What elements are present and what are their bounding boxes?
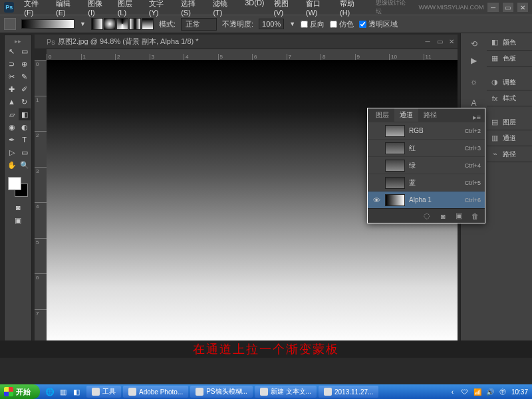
- panel-color[interactable]: ◧颜色: [487, 35, 532, 51]
- gradient-tool[interactable]: ◧: [19, 108, 31, 120]
- history-brush-tool[interactable]: ↻: [19, 96, 31, 108]
- angle-gradient-button[interactable]: [116, 18, 128, 30]
- pen-tool[interactable]: ✒: [6, 134, 18, 146]
- radial-gradient-button[interactable]: [104, 18, 116, 30]
- horizontal-ruler[interactable]: 01234567891011: [47, 49, 458, 60]
- visibility-icon[interactable]: [372, 144, 381, 153]
- menu-filter[interactable]: 滤镜(T): [208, 0, 240, 17]
- menu-3d[interactable]: 3D(D): [240, 0, 269, 17]
- zoom-tool[interactable]: 🔍: [19, 159, 31, 171]
- visibility-icon[interactable]: [372, 126, 381, 136]
- move-tool[interactable]: ↖: [6, 45, 18, 57]
- menu-type[interactable]: 文字(Y): [144, 0, 176, 17]
- panel-adjustments[interactable]: ◑调整: [487, 74, 532, 90]
- channel-row-b[interactable]: 蓝 Ctrl+5: [368, 174, 485, 191]
- menu-help[interactable]: 帮助(H): [335, 0, 368, 17]
- channels-panel[interactable]: 图层 通道 路径 ▸≡ RGB Ctrl+2 红 Ctrl+3 绿 Ctrl+4…: [367, 108, 485, 223]
- vertical-ruler[interactable]: 01234567: [35, 60, 47, 344]
- ql-ie-icon[interactable]: 🌐: [44, 386, 56, 398]
- dither-checkbox[interactable]: [330, 21, 337, 28]
- stamp-tool[interactable]: ▲: [6, 96, 18, 108]
- diamond-gradient-button[interactable]: [142, 18, 154, 30]
- doc-close-button[interactable]: ✕: [446, 37, 458, 47]
- gradient-preview[interactable]: [21, 19, 74, 29]
- tool-preset-icon[interactable]: [4, 18, 16, 30]
- quick-mask-button[interactable]: ◙: [12, 201, 24, 213]
- chevron-down-icon[interactable]: ▼: [289, 21, 295, 27]
- opacity-select[interactable]: 100%: [259, 19, 284, 29]
- menu-image[interactable]: 图像(I): [83, 0, 112, 17]
- save-selection-icon[interactable]: ◙: [438, 211, 448, 221]
- menu-layer[interactable]: 图层(L): [113, 0, 144, 17]
- path-select-tool[interactable]: ▷: [6, 146, 18, 158]
- dodge-tool[interactable]: ◐: [19, 121, 31, 133]
- menu-view[interactable]: 视图(V): [269, 0, 301, 17]
- linear-gradient-button[interactable]: [91, 18, 103, 30]
- tray-shield-icon[interactable]: 🛡: [461, 388, 469, 396]
- tray-expand-icon[interactable]: ‹: [448, 388, 457, 396]
- healing-tool[interactable]: ✚: [6, 83, 18, 95]
- maximize-button[interactable]: ▭: [503, 3, 513, 12]
- load-selection-icon[interactable]: ◌: [422, 211, 432, 221]
- blend-mode-select[interactable]: 正常: [181, 18, 217, 31]
- close-button[interactable]: ✕: [517, 3, 528, 12]
- doc-minimize-button[interactable]: ─: [422, 37, 434, 47]
- menu-window[interactable]: 窗口(W): [301, 0, 335, 17]
- foreground-color-swatch[interactable]: [8, 177, 21, 190]
- menu-file[interactable]: 文件(F): [19, 0, 51, 17]
- ql-app-icon[interactable]: ◧: [70, 386, 82, 398]
- blur-tool[interactable]: ◉: [6, 121, 18, 133]
- panel-swatches[interactable]: ▦色板: [487, 51, 532, 66]
- marquee-tool[interactable]: ▭: [19, 45, 31, 57]
- visibility-icon[interactable]: 👁: [372, 196, 381, 205]
- panel-channels[interactable]: ▥通道: [487, 130, 532, 146]
- start-button[interactable]: 开始: [0, 384, 40, 399]
- taskbar-item[interactable]: Adobe Photo...: [123, 386, 188, 398]
- type-tool[interactable]: T: [19, 134, 31, 146]
- minimize-button[interactable]: ─: [487, 3, 498, 12]
- hand-tool[interactable]: ✋: [6, 159, 18, 171]
- history-dock-icon[interactable]: ⟲: [461, 36, 487, 52]
- reverse-checkbox[interactable]: [301, 21, 308, 28]
- delete-channel-icon[interactable]: 🗑: [470, 211, 479, 221]
- chevron-down-icon[interactable]: ▼: [80, 21, 86, 27]
- panel-menu-icon[interactable]: ▸≡: [469, 113, 485, 122]
- screen-mode-button[interactable]: ▣: [12, 214, 24, 226]
- play-dock-icon[interactable]: ▶: [461, 53, 487, 68]
- quick-select-tool[interactable]: ⊕: [19, 58, 31, 70]
- new-channel-icon[interactable]: ▣: [454, 211, 464, 221]
- brightness-dock-icon[interactable]: ☼: [461, 74, 487, 90]
- channel-row-rgb[interactable]: RGB Ctrl+2: [368, 122, 485, 139]
- taskbar-item[interactable]: PS镜头模糊...: [190, 386, 253, 398]
- color-swatches[interactable]: [8, 177, 28, 197]
- visibility-icon[interactable]: [372, 178, 381, 188]
- panel-layers[interactable]: ▤图层: [487, 114, 532, 130]
- menu-select[interactable]: 选择(S): [176, 0, 208, 17]
- toolbox-grip-icon[interactable]: ▸▸: [15, 38, 21, 45]
- tray-volume-icon[interactable]: 🔊: [486, 388, 495, 396]
- brush-tool[interactable]: ✐: [19, 83, 31, 95]
- channel-row-g[interactable]: 绿 Ctrl+4: [368, 156, 485, 174]
- tab-channels[interactable]: 通道: [394, 108, 418, 122]
- tray-clock[interactable]: 10:37: [511, 388, 528, 396]
- crop-tool[interactable]: ✂: [6, 70, 18, 82]
- tab-paths[interactable]: 路径: [418, 108, 442, 122]
- tab-layers[interactable]: 图层: [370, 108, 394, 122]
- reflected-gradient-button[interactable]: [129, 18, 141, 30]
- eyedropper-tool[interactable]: ✎: [19, 70, 31, 82]
- taskbar-item[interactable]: 2013.11.27...: [319, 386, 378, 398]
- tray-ime-icon[interactable]: ㊥: [499, 388, 507, 396]
- menu-edit[interactable]: 编辑(E): [51, 0, 83, 17]
- taskbar-item[interactable]: 新建 文本文...: [255, 386, 317, 398]
- tray-network-icon[interactable]: 📶: [473, 388, 482, 396]
- transparency-checkbox[interactable]: [359, 21, 366, 28]
- ql-desktop-icon[interactable]: ▥: [57, 386, 69, 398]
- shape-tool[interactable]: ▭: [19, 146, 31, 158]
- lasso-tool[interactable]: ⊃: [6, 58, 18, 70]
- channel-row-r[interactable]: 红 Ctrl+3: [368, 139, 485, 156]
- taskbar-item[interactable]: 工具: [86, 386, 121, 398]
- eraser-tool[interactable]: ▱: [6, 108, 18, 120]
- panel-styles[interactable]: fx样式: [487, 90, 532, 106]
- channel-row-alpha[interactable]: 👁 Alpha 1 Ctrl+6: [368, 191, 485, 208]
- visibility-icon[interactable]: [372, 161, 381, 170]
